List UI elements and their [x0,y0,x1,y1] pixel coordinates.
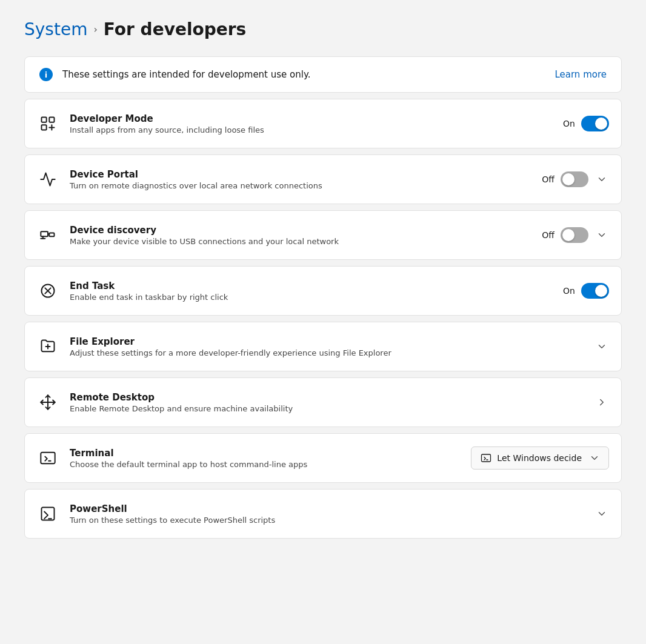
setting-row-terminal: TerminalChoose the default terminal app … [25,434,621,482]
powershell-chevron-icon[interactable] [594,506,609,521]
powershell-title: PowerShell [70,503,584,514]
device-discovery-icon [37,224,59,246]
device-portal-toggle[interactable] [561,171,588,187]
terminal-dropdown-icon [480,452,492,464]
device-discovery-toggle[interactable] [561,227,588,243]
device-discovery-state-label: Off [542,230,554,240]
breadcrumb-arrow-icon: › [93,24,97,35]
info-banner: i These settings are intended for develo… [24,56,622,93]
developer-mode-desc: Install apps from any source, including … [70,125,552,134]
remote-desktop-chevron-icon[interactable] [594,395,609,410]
setting-card-powershell: PowerShellTurn on these settings to exec… [24,489,622,539]
breadcrumb-current: For developers [104,19,246,39]
device-portal-text: Device PortalTurn on remote diagnostics … [70,169,531,190]
device-discovery-control: Off [542,227,609,243]
device-portal-desc: Turn on remote diagnostics over local ar… [70,181,531,190]
end-task-state-label: On [563,286,575,296]
remote-desktop-title: Remote Desktop [70,392,584,403]
developer-mode-toggle[interactable] [581,116,609,131]
developer-mode-text: Developer ModeInstall apps from any sour… [70,113,552,134]
developer-mode-icon [37,113,59,134]
end-task-desc: Enable end task in taskbar by right clic… [70,293,552,302]
terminal-desc: Choose the default terminal app to host … [70,460,460,469]
file-explorer-control [594,339,609,354]
setting-card-terminal: TerminalChoose the default terminal app … [24,433,622,483]
setting-row-remote-desktop: Remote DesktopEnable Remote Desktop and … [25,378,621,427]
terminal-title: Terminal [70,448,460,459]
device-discovery-title: Device discovery [70,225,531,236]
remote-desktop-control [594,395,609,410]
developer-mode-control: On [563,116,609,131]
end-task-control: On [563,283,609,299]
remote-desktop-desc: Enable Remote Desktop and ensure machine… [70,404,584,413]
developer-mode-title: Developer Mode [70,113,552,124]
powershell-control [594,506,609,521]
device-portal-state-label: Off [542,174,554,184]
terminal-dropdown-label: Let Windows decide [497,453,582,463]
device-portal-control: Off [542,171,609,187]
setting-row-device-discovery: Device discoveryMake your device visible… [25,211,621,259]
end-task-toggle[interactable] [581,283,609,299]
svg-rect-0 [42,118,47,122]
end-task-title: End Task [70,281,552,291]
terminal-control: Let Windows decide [471,446,609,470]
device-discovery-chevron-icon[interactable] [594,228,609,242]
file-explorer-title: File Explorer [70,336,584,347]
setting-card-remote-desktop: Remote DesktopEnable Remote Desktop and … [24,377,622,427]
svg-rect-6 [49,233,54,237]
file-explorer-text: File ExplorerAdjust these settings for a… [70,336,584,357]
setting-card-developer-mode: Developer ModeInstall apps from any sour… [24,99,622,148]
terminal-dropdown-chevron-icon [589,453,600,463]
settings-list: Developer ModeInstall apps from any sour… [24,99,622,539]
setting-row-powershell: PowerShellTurn on these settings to exec… [25,490,621,538]
svg-rect-1 [49,118,54,122]
setting-row-end-task: End TaskEnable end task in taskbar by ri… [25,267,621,315]
info-icon: i [39,68,53,81]
device-discovery-text: Device discoveryMake your device visible… [70,225,531,246]
terminal-icon [37,447,59,469]
setting-row-file-explorer: File ExplorerAdjust these settings for a… [25,322,621,371]
file-explorer-desc: Adjust these settings for a more develop… [70,348,584,357]
setting-card-device-portal: Device PortalTurn on remote diagnostics … [24,154,622,204]
powershell-text: PowerShellTurn on these settings to exec… [70,503,584,525]
setting-card-end-task: End TaskEnable end task in taskbar by ri… [24,266,622,316]
breadcrumb: System › For developers [24,19,622,39]
device-portal-icon [37,168,59,190]
svg-rect-17 [41,453,55,464]
breadcrumb-system[interactable]: System [24,19,87,39]
device-portal-chevron-icon[interactable] [594,172,609,187]
setting-card-file-explorer: File ExplorerAdjust these settings for a… [24,322,622,371]
file-explorer-chevron-icon[interactable] [594,339,609,354]
file-explorer-icon [37,336,59,357]
remote-desktop-icon [37,391,59,413]
end-task-text: End TaskEnable end task in taskbar by ri… [70,281,552,302]
terminal-text: TerminalChoose the default terminal app … [70,448,460,469]
setting-row-device-portal: Device PortalTurn on remote diagnostics … [25,155,621,204]
learn-more-link[interactable]: Learn more [554,69,607,80]
svg-rect-5 [41,231,48,236]
remote-desktop-text: Remote DesktopEnable Remote Desktop and … [70,392,584,413]
setting-row-developer-mode: Developer ModeInstall apps from any sour… [25,99,621,148]
svg-rect-21 [42,508,55,520]
end-task-icon [37,280,59,302]
device-discovery-desc: Make your device visible to USB connecti… [70,237,531,246]
info-banner-left: i These settings are intended for develo… [39,68,310,81]
info-banner-text: These settings are intended for developm… [62,69,310,80]
terminal-dropdown[interactable]: Let Windows decide [471,446,609,470]
powershell-desc: Turn on these settings to execute PowerS… [70,516,584,525]
powershell-icon [37,503,59,525]
developer-mode-state-label: On [563,119,575,128]
svg-rect-2 [42,125,47,130]
svg-rect-19 [482,454,491,462]
device-portal-title: Device Portal [70,169,531,180]
setting-card-device-discovery: Device discoveryMake your device visible… [24,210,622,260]
